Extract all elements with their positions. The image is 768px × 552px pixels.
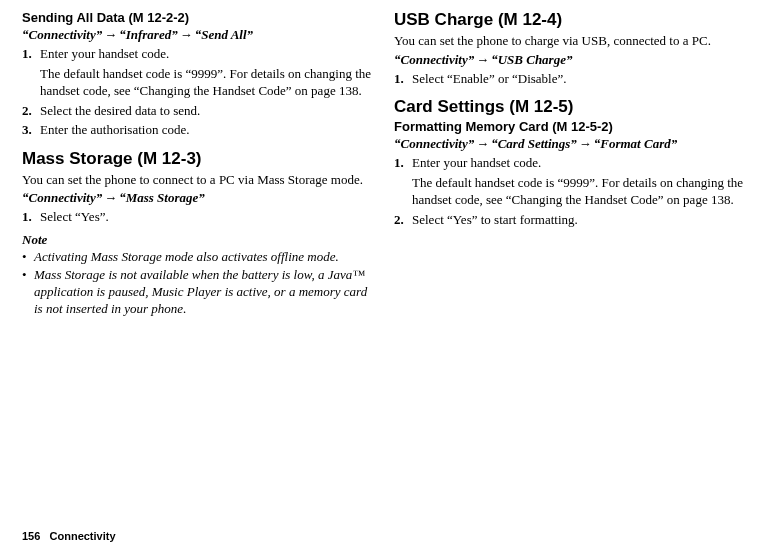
nav-segment: “Connectivity”	[22, 27, 102, 42]
nav-segment: “Format Card”	[594, 136, 677, 151]
note-bullet: • Activating Mass Storage mode also acti…	[22, 249, 374, 266]
bullet-dot-icon: •	[22, 267, 34, 318]
heading-card-settings: Card Settings (M 12-5)	[394, 97, 746, 117]
nav-path-format-card: “Connectivity”→“Card Settings”→“Format C…	[394, 136, 746, 152]
nav-path-usb-charge: “Connectivity”→“USB Charge”	[394, 52, 746, 68]
section-name: Connectivity	[50, 530, 116, 542]
arrow-icon: →	[102, 27, 119, 42]
step-item: 3. Enter the authorisation code.	[22, 121, 374, 139]
right-column: USB Charge (M 12-4) You can set the phon…	[394, 10, 746, 318]
arrow-icon: →	[102, 190, 119, 205]
step-item: 2. Select “Yes” to start formatting.	[394, 211, 746, 229]
heading-sending-all-data: Sending All Data (M 12-2-2)	[22, 10, 374, 25]
step-number: 1.	[22, 45, 40, 63]
step-item: 2. Select the desired data to send.	[22, 102, 374, 120]
heading-formatting-card: Formatting Memory Card (M 12-5-2)	[394, 119, 746, 134]
bullet-dot-icon: •	[22, 249, 34, 266]
note-label: Note	[22, 232, 374, 248]
step-detail: The default handset code is “9999”. For …	[412, 174, 746, 209]
nav-segment: “Card Settings”	[491, 136, 577, 151]
page-number: 156	[22, 530, 40, 542]
step-number: 1.	[22, 208, 40, 226]
arrow-icon: →	[474, 136, 491, 151]
step-text: Select “Yes” to start formatting.	[412, 211, 746, 229]
step-item: 1. Select “Enable” or “Disable”.	[394, 70, 746, 88]
step-detail: The default handset code is “9999”. For …	[40, 65, 374, 100]
nav-segment: “Mass Storage”	[119, 190, 205, 205]
arrow-icon: →	[474, 52, 491, 67]
step-number: 2.	[394, 211, 412, 229]
step-number: 2.	[22, 102, 40, 120]
step-item: 1. Enter your handset code.	[22, 45, 374, 63]
nav-segment: “Connectivity”	[394, 52, 474, 67]
nav-path-mass-storage: “Connectivity”→“Mass Storage”	[22, 190, 374, 206]
step-text: Enter your handset code.	[412, 154, 746, 172]
note-bullet: • Mass Storage is not available when the…	[22, 267, 374, 318]
arrow-icon: →	[577, 136, 594, 151]
step-number: 1.	[394, 70, 412, 88]
arrow-icon: →	[178, 27, 195, 42]
nav-segment: “USB Charge”	[491, 52, 572, 67]
left-column: Sending All Data (M 12-2-2) “Connectivit…	[22, 10, 374, 318]
nav-path-send-all: “Connectivity”→“Infrared”→“Send All”	[22, 27, 374, 43]
step-text: Select “Yes”.	[40, 208, 374, 226]
page-body: Sending All Data (M 12-2-2) “Connectivit…	[0, 0, 768, 318]
nav-segment: “Connectivity”	[22, 190, 102, 205]
step-number: 3.	[22, 121, 40, 139]
heading-usb-charge: USB Charge (M 12-4)	[394, 10, 746, 30]
nav-segment: “Connectivity”	[394, 136, 474, 151]
step-number: 1.	[394, 154, 412, 172]
step-text: Select the desired data to send.	[40, 102, 374, 120]
bullet-text: Mass Storage is not available when the b…	[34, 267, 374, 318]
nav-segment: “Send All”	[195, 27, 253, 42]
page-footer: 156 Connectivity	[22, 530, 116, 542]
heading-mass-storage: Mass Storage (M 12-3)	[22, 149, 374, 169]
nav-segment: “Infrared”	[119, 27, 178, 42]
intro-text: You can set the phone to connect to a PC…	[22, 171, 374, 189]
step-text: Select “Enable” or “Disable”.	[412, 70, 746, 88]
bullet-text: Activating Mass Storage mode also activa…	[34, 249, 374, 266]
step-item: 1. Select “Yes”.	[22, 208, 374, 226]
step-item: 1. Enter your handset code.	[394, 154, 746, 172]
step-text: Enter the authorisation code.	[40, 121, 374, 139]
step-text: Enter your handset code.	[40, 45, 374, 63]
intro-text: You can set the phone to charge via USB,…	[394, 32, 746, 50]
